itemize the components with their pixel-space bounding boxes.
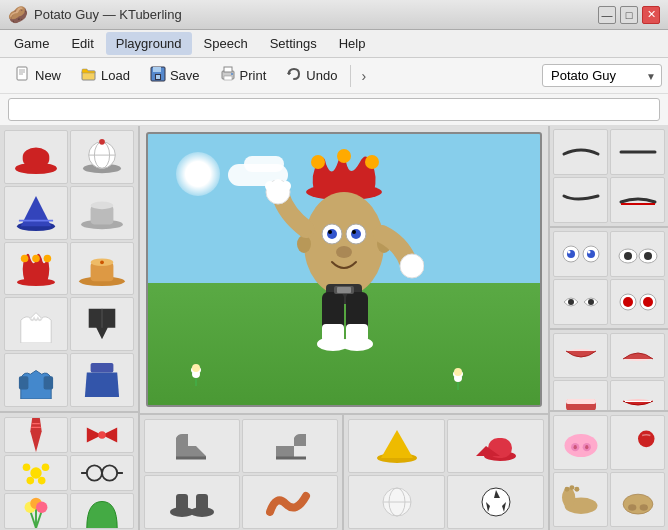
svg-point-47 — [42, 464, 50, 472]
menu-settings[interactable]: Settings — [260, 32, 327, 55]
left-panel — [0, 126, 140, 530]
item-mouth2[interactable] — [610, 333, 665, 379]
canvas-frame[interactable] — [146, 132, 542, 407]
undo-icon — [286, 66, 302, 85]
item-brow4[interactable] — [610, 177, 665, 223]
item-soccer-ball[interactable] — [447, 475, 544, 529]
svg-point-78 — [281, 181, 291, 191]
item-eyes3[interactable] — [553, 279, 608, 325]
new-button[interactable]: New — [6, 61, 70, 90]
svg-rect-10 — [224, 67, 232, 72]
item-tie-stripe[interactable] — [4, 417, 68, 453]
item-brow2[interactable] — [610, 129, 665, 175]
svg-point-152 — [574, 486, 579, 491]
new-icon — [15, 66, 31, 85]
svg-rect-98 — [457, 382, 459, 390]
minimize-button[interactable]: — — [598, 6, 616, 24]
svg-point-132 — [643, 297, 653, 307]
item-skirt-blue[interactable] — [70, 353, 134, 407]
svg-point-154 — [628, 504, 636, 511]
svg-point-50 — [87, 465, 102, 480]
item-eyes2[interactable] — [610, 231, 665, 277]
svg-rect-134 — [566, 399, 596, 404]
load-label: Load — [101, 68, 130, 83]
item-foot-left[interactable] — [553, 472, 608, 527]
item-shirt-ruffles[interactable] — [4, 297, 68, 351]
menu-game[interactable]: Game — [4, 32, 59, 55]
item-hat-cowboy[interactable] — [70, 242, 134, 296]
svg-rect-11 — [224, 76, 232, 80]
item-boots2[interactable] — [242, 419, 338, 473]
item-pig-nose[interactable] — [553, 415, 608, 470]
search-input[interactable] — [8, 98, 660, 121]
svg-point-29 — [32, 255, 40, 263]
item-ball-circle[interactable] — [348, 475, 445, 529]
item-shirt-blue[interactable] — [4, 353, 68, 407]
item-hat-jester[interactable] — [4, 242, 68, 296]
print-button[interactable]: Print — [211, 61, 276, 90]
item-hat-pointy[interactable] — [4, 186, 68, 240]
bottom-shoes — [140, 415, 344, 530]
svg-point-70 — [328, 230, 332, 234]
left-panel-bottom — [0, 413, 138, 530]
item-brow1[interactable] — [553, 129, 608, 175]
save-icon — [150, 66, 166, 85]
item-eyes4[interactable] — [610, 279, 665, 325]
item-brow3[interactable] — [553, 177, 608, 223]
close-button[interactable]: ✕ — [642, 6, 660, 24]
item-hat-yellow[interactable] — [348, 419, 445, 473]
save-button[interactable]: Save — [141, 61, 209, 90]
save-label: Save — [170, 68, 200, 83]
item-boots1[interactable] — [144, 419, 240, 473]
svg-point-127 — [568, 299, 574, 305]
title-bar-left: 🥔 Potato Guy — KTuberling — [8, 5, 182, 24]
potato-guy[interactable] — [264, 134, 424, 377]
menu-edit[interactable]: Edit — [61, 32, 103, 55]
window-title: Potato Guy — KTuberling — [34, 7, 182, 22]
svg-point-86 — [341, 337, 373, 351]
item-hat-red-big[interactable] — [447, 419, 544, 473]
item-misc-green[interactable] — [70, 493, 134, 529]
item-snake-thing[interactable] — [242, 475, 338, 529]
playground-select[interactable]: Potato Guy Penguin Aquarium — [542, 64, 662, 87]
item-flower-bunch[interactable] — [4, 493, 68, 529]
more-button[interactable]: › — [355, 64, 372, 88]
left-panel-top — [0, 126, 138, 413]
svg-rect-6 — [153, 67, 161, 72]
svg-point-62 — [311, 155, 325, 169]
svg-marker-22 — [21, 196, 51, 226]
item-hat-globe[interactable] — [70, 130, 134, 184]
svg-rect-8 — [156, 75, 160, 79]
item-mouth1[interactable] — [553, 333, 608, 379]
item-red-ball[interactable] — [610, 415, 665, 470]
item-hat-brim[interactable] — [70, 186, 134, 240]
menu-speech[interactable]: Speech — [194, 32, 258, 55]
item-glasses-round[interactable] — [70, 455, 134, 491]
toolbar: New Load Save Print Undo › Potato Guy Pe… — [0, 58, 668, 94]
svg-point-150 — [564, 486, 569, 491]
load-button[interactable]: Load — [72, 61, 139, 90]
right-eyes — [550, 228, 668, 330]
item-eyes1[interactable] — [553, 231, 608, 277]
title-controls[interactable]: — □ ✕ — [598, 6, 660, 24]
playground-select-wrap[interactable]: Potato Guy Penguin Aquarium ▼ — [542, 64, 662, 87]
svg-point-151 — [569, 485, 574, 490]
menu-playground[interactable]: Playground — [106, 32, 192, 55]
svg-rect-36 — [19, 376, 29, 389]
item-hat-red[interactable] — [4, 130, 68, 184]
menu-help[interactable]: Help — [329, 32, 376, 55]
svg-point-68 — [327, 229, 337, 239]
maximize-button[interactable]: □ — [620, 6, 638, 24]
print-label: Print — [240, 68, 267, 83]
svg-point-72 — [336, 246, 352, 258]
svg-point-48 — [27, 477, 35, 485]
item-flowers-yellow[interactable] — [4, 455, 68, 491]
item-nose-big[interactable] — [610, 472, 665, 527]
undo-button[interactable]: Undo — [277, 61, 346, 90]
item-bowtie-red[interactable] — [70, 417, 134, 453]
item-pants-black[interactable] — [70, 297, 134, 351]
canvas-area[interactable] — [140, 126, 548, 413]
flower-left — [188, 364, 218, 391]
title-bar: 🥔 Potato Guy — KTuberling — □ ✕ — [0, 0, 668, 30]
item-boots3[interactable] — [144, 475, 240, 529]
